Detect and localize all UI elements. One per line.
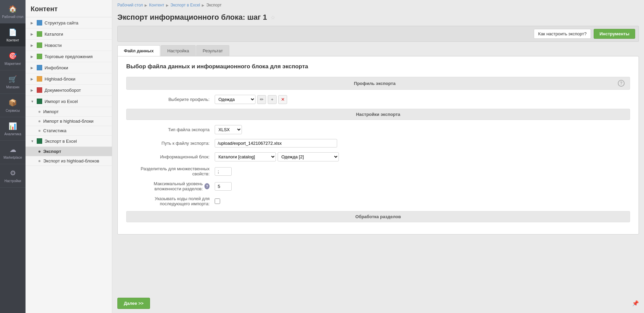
dot-icon bbox=[38, 120, 40, 122]
marketing-icon: 🎯 bbox=[8, 51, 18, 60]
expand-icon: ▼ bbox=[31, 99, 35, 103]
breadcrumb-current: Экспорт bbox=[206, 3, 221, 7]
highload-icon bbox=[36, 76, 43, 82]
marketplace-icon: ☁ bbox=[8, 145, 18, 154]
sidebar: 🏠 Рабочий стол 📄 Контент 🎯 Маркетинг 🛒 М… bbox=[0, 0, 26, 313]
sidebar-item-marketing[interactable]: 🎯 Маркетинг bbox=[0, 47, 26, 70]
nav-panel: Контент ▶ Структура сайта ▶ Каталоги ▶ Н… bbox=[26, 0, 112, 313]
sidebar-item-settings[interactable]: ⚙ Настройки bbox=[0, 164, 26, 188]
tools-button[interactable]: Инструменты bbox=[594, 29, 635, 39]
breadcrumb-sep: ▶ bbox=[166, 3, 169, 7]
path-input[interactable] bbox=[215, 139, 337, 147]
sidebar-item-analytics[interactable]: 📊 Аналитика bbox=[0, 117, 26, 141]
dot-icon bbox=[38, 130, 40, 132]
nav-subitem-export-highload[interactable]: Экспорт из highload-блоков bbox=[26, 156, 112, 166]
processing-section-header: Обработка разделов bbox=[126, 211, 630, 222]
expand-icon: ▶ bbox=[31, 66, 35, 70]
nav-subitem-statistics[interactable]: Статистика bbox=[26, 126, 112, 136]
nav-item-docflow[interactable]: ▶ Документооборот bbox=[26, 85, 112, 96]
expand-icon: ▶ bbox=[31, 88, 35, 92]
dot-icon bbox=[38, 151, 40, 153]
filetype-label: Тип файла экспорта bbox=[126, 127, 215, 132]
profile-section-title: Профиль экспорта bbox=[132, 81, 618, 86]
breadcrumb: Рабочий стол ▶ Контент ▶ Экспорт в Excel… bbox=[112, 0, 644, 10]
sidebar-item-shop[interactable]: 🛒 Магазин bbox=[0, 70, 26, 94]
docflow-icon bbox=[36, 87, 43, 93]
sidebar-item-services[interactable]: 📦 Сервисы bbox=[0, 94, 26, 117]
separator-row: Разделитель для множественных свойств: bbox=[126, 166, 630, 176]
expand-icon: ▶ bbox=[31, 54, 35, 58]
profile-delete-button[interactable]: ✕ bbox=[278, 95, 287, 104]
form-card: Выбор файла данных и информационного бло… bbox=[117, 56, 639, 234]
profile-select[interactable]: Одежда Профиль 1 Профиль 2 bbox=[215, 95, 255, 104]
home-icon: 🏠 bbox=[8, 4, 18, 14]
news-icon bbox=[36, 42, 43, 48]
tab-result[interactable]: Результат bbox=[196, 45, 229, 56]
nav-item-news[interactable]: ▶ Новости bbox=[26, 40, 112, 51]
content-icon: 📄 bbox=[8, 28, 18, 37]
expand-icon: ▼ bbox=[31, 139, 35, 143]
pin-icon[interactable]: 📌 bbox=[632, 300, 639, 307]
nav-subitem-export[interactable]: Экспорт bbox=[26, 147, 112, 156]
toolbar: Как настроить экспорт? Инструменты bbox=[117, 26, 639, 42]
nav-item-export-excel[interactable]: ▼ Экспорт в Excel bbox=[26, 136, 112, 147]
breadcrumb-content[interactable]: Контент bbox=[149, 3, 164, 7]
next-button[interactable]: Далее >> bbox=[117, 298, 150, 309]
tab-settings[interactable]: Настройка bbox=[161, 45, 196, 56]
sidebar-item-desktop[interactable]: 🏠 Рабочий стол bbox=[0, 0, 26, 23]
nav-item-site-structure[interactable]: ▶ Структура сайта bbox=[26, 17, 112, 29]
profile-add-button[interactable]: + bbox=[268, 95, 277, 104]
path-label: Путь к файлу экспорта: bbox=[126, 141, 215, 146]
offers-icon bbox=[36, 53, 43, 59]
form-card-title: Выбор файла данных и информационного бло… bbox=[126, 63, 630, 70]
nav-item-highload[interactable]: ▶ Highload-блоки bbox=[26, 73, 112, 85]
analytics-icon: 📊 bbox=[8, 121, 18, 131]
nav-panel-title: Контент bbox=[26, 0, 112, 17]
export-excel-icon bbox=[36, 138, 43, 144]
nav-item-catalogs[interactable]: ▶ Каталоги bbox=[26, 29, 112, 40]
export-settings-section-title: Настройки экспорта bbox=[132, 112, 625, 117]
field-codes-checkbox[interactable] bbox=[215, 198, 220, 204]
nav-item-infoblocks[interactable]: ▶ Инфоблоки bbox=[26, 62, 112, 73]
nav-item-import-excel[interactable]: ▼ Импорт из Excel bbox=[26, 96, 112, 107]
expand-icon: ▶ bbox=[31, 77, 35, 81]
nav-item-offers[interactable]: ▶ Торговые предложения bbox=[26, 51, 112, 62]
depth-help-icon[interactable]: ? bbox=[204, 183, 210, 189]
tab-data-file[interactable]: Файл данных bbox=[117, 45, 160, 56]
infoblocks-icon bbox=[36, 65, 43, 71]
processing-section-title: Обработка разделов bbox=[132, 214, 625, 219]
separator-controls bbox=[215, 167, 232, 176]
nav-subitem-import-highload[interactable]: Импорт в highload-блоки bbox=[26, 117, 112, 126]
expand-icon: ▶ bbox=[31, 21, 35, 25]
separator-input[interactable] bbox=[215, 167, 232, 176]
main-content: Рабочий стол ▶ Контент ▶ Экспорт в Excel… bbox=[112, 0, 644, 313]
import-excel-icon bbox=[36, 98, 43, 104]
site-structure-icon bbox=[36, 20, 43, 26]
content-area: Файл данных Настройка Результат Выбор фа… bbox=[117, 45, 639, 294]
shop-icon: 🛒 bbox=[8, 74, 18, 84]
field-codes-row: Указывать коды полей для последующего им… bbox=[126, 196, 630, 206]
section-select[interactable]: Одежда [2] Обувь [3] Аксессуары [4] bbox=[278, 152, 339, 161]
path-controls bbox=[215, 139, 337, 147]
catalogs-icon bbox=[36, 31, 43, 37]
filetype-select[interactable]: XLSX CSV XLS bbox=[215, 125, 242, 134]
iblock-controls: Каталоги [catalog] Новости [news] Товары… bbox=[215, 152, 339, 161]
breadcrumb-sep: ▶ bbox=[145, 3, 147, 7]
nav-subitem-import[interactable]: Импорт bbox=[26, 107, 112, 117]
depth-row: Максимальный уровень вложенности раздело… bbox=[126, 181, 630, 191]
iblock-select[interactable]: Каталоги [catalog] Новости [news] Товары… bbox=[215, 152, 276, 161]
profile-label: Выберите профиль: bbox=[126, 97, 215, 102]
profile-section-header: Профиль экспорта ? bbox=[126, 77, 630, 90]
depth-controls bbox=[215, 182, 232, 191]
profile-edit-button[interactable]: ✏ bbox=[257, 95, 266, 104]
profile-row: Выберите профиль: Одежда Профиль 1 Профи… bbox=[126, 95, 630, 104]
favorite-star-icon[interactable]: ☆ bbox=[270, 14, 275, 21]
depth-input[interactable] bbox=[215, 182, 232, 191]
profile-help-icon[interactable]: ? bbox=[618, 80, 625, 87]
breadcrumb-export-excel[interactable]: Экспорт в Excel bbox=[170, 3, 200, 7]
page-title-bar: Экспорт информационного блока: шаг 1 ☆ bbox=[112, 10, 644, 26]
sidebar-item-marketplace[interactable]: ☁ Marketplace bbox=[0, 141, 26, 164]
how-to-button[interactable]: Как настроить экспорт? bbox=[534, 29, 591, 39]
sidebar-item-content[interactable]: 📄 Контент bbox=[0, 23, 26, 47]
breadcrumb-desktop[interactable]: Рабочий стол bbox=[117, 3, 143, 7]
